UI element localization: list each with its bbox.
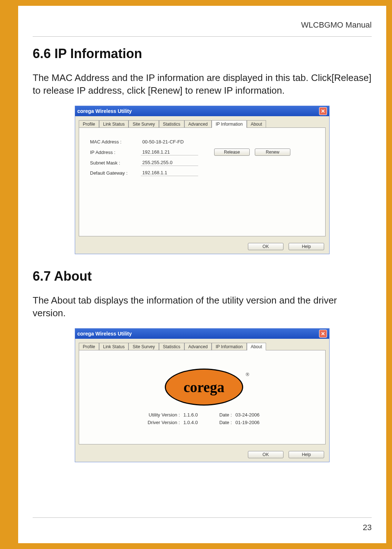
- dialog-titlebar-about: corega Wireless Utility ✕: [75, 329, 329, 339]
- close-icon[interactable]: ✕: [319, 330, 327, 338]
- dialog-title-about: corega Wireless Utility: [77, 331, 132, 337]
- ip-address-value: 192.168.1.21: [141, 149, 198, 155]
- default-gateway-label: Default Gateway :: [90, 170, 141, 176]
- dialog-tabs-about: Profile Link Status Site Survey Statisti…: [79, 342, 326, 350]
- tab-link-status[interactable]: Link Status: [99, 120, 128, 128]
- footer-rule: [33, 517, 372, 518]
- tab-ip-information[interactable]: IP Information: [212, 120, 246, 128]
- tab-advanced[interactable]: Advanced: [184, 343, 212, 350]
- tab-profile[interactable]: Profile: [79, 120, 99, 128]
- release-button[interactable]: Release: [214, 149, 250, 156]
- utility-date-value: 03-24-2006: [235, 412, 268, 418]
- section-paragraph-ip: The MAC Address and the IP information a…: [33, 72, 372, 97]
- section-heading-about: 6.7 About: [33, 269, 372, 284]
- dialog-footer-about: OK Help: [75, 448, 329, 462]
- tab-site-survey[interactable]: Site Survey: [128, 120, 159, 128]
- dialog-titlebar: corega Wireless Utility ✕: [75, 106, 329, 116]
- tab-about[interactable]: About: [247, 343, 266, 350]
- ok-button[interactable]: OK: [248, 451, 283, 458]
- help-button[interactable]: Help: [289, 243, 324, 250]
- about-version-rows: Utility Version : 1.1.6.0 Date : 03-24-2…: [90, 412, 318, 425]
- doc-header: WLCBGMO Manual: [33, 20, 372, 30]
- about-tab-panel: corega ® Utility Version : 1.1.6.0 Date …: [79, 350, 326, 444]
- page-number: 23: [363, 523, 372, 532]
- mac-address-label: MAC Address :: [90, 139, 141, 145]
- mac-address-value: 00-50-18-21-CF-FD: [141, 139, 198, 145]
- utility-version-label: Utility Version :: [140, 412, 180, 418]
- utility-date-label: Date :: [214, 412, 232, 418]
- about-dialog: corega Wireless Utility ✕ Profile Link S…: [75, 328, 330, 462]
- ip-address-label: IP Address :: [90, 150, 141, 155]
- ip-info-dialog: corega Wireless Utility ✕ Profile Link S…: [75, 106, 330, 254]
- default-gateway-value: 192.168.1.1: [141, 170, 198, 176]
- close-icon[interactable]: ✕: [319, 107, 327, 115]
- subnet-mask-label: Subnet Mask :: [90, 160, 141, 166]
- driver-date-label: Date :: [214, 420, 232, 425]
- renew-button[interactable]: Renew: [255, 149, 290, 156]
- logo-container: corega ®: [90, 369, 318, 406]
- tab-statistics[interactable]: Statistics: [159, 343, 184, 350]
- registered-mark-icon: ®: [246, 372, 249, 378]
- dialog-footer-ip: OK Help: [75, 240, 329, 254]
- driver-version-label: Driver Version :: [140, 420, 180, 425]
- tab-advanced[interactable]: Advanced: [184, 120, 212, 128]
- corega-logo-text: corega: [184, 379, 225, 396]
- tab-profile[interactable]: Profile: [79, 343, 99, 350]
- driver-version-value: 1.0.4.0: [183, 420, 205, 425]
- help-button[interactable]: Help: [289, 451, 324, 458]
- tab-link-status[interactable]: Link Status: [99, 343, 128, 350]
- manual-page: WLCBGMO Manual 6.6 IP Information The MA…: [18, 6, 386, 543]
- corega-logo: corega ®: [165, 369, 243, 406]
- section-paragraph-about: The About tab displays the information o…: [33, 294, 372, 320]
- ok-button[interactable]: OK: [248, 243, 283, 250]
- dialog-title: corega Wireless Utility: [77, 108, 132, 114]
- tab-site-survey[interactable]: Site Survey: [128, 343, 159, 350]
- dialog-tabs-ip: Profile Link Status Site Survey Statisti…: [79, 120, 326, 127]
- tab-about[interactable]: About: [247, 120, 266, 128]
- subnet-mask-value: 255.255.255.0: [141, 159, 198, 166]
- tab-ip-information[interactable]: IP Information: [212, 343, 246, 350]
- tab-statistics[interactable]: Statistics: [159, 120, 184, 128]
- driver-date-value: 01-19-2006: [235, 420, 268, 425]
- ip-tab-panel: MAC Address : 00-50-18-21-CF-FD IP Addre…: [79, 127, 326, 236]
- section-heading-ip: 6.6 IP Information: [33, 46, 372, 61]
- utility-version-value: 1.1.6.0: [183, 412, 205, 418]
- header-rule: [33, 36, 372, 37]
